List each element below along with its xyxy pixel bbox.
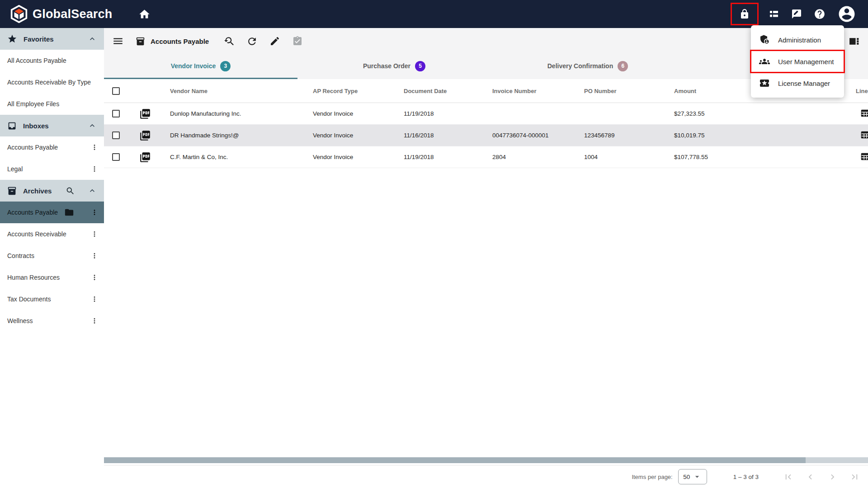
section-title: Archives <box>23 187 52 195</box>
cell-document-date: 11/19/2018 <box>396 154 485 160</box>
table-row[interactable]: C.F. Martin & Co, Inc. Vendor Invoice 11… <box>104 146 868 168</box>
sidebar-archive-tax-documents[interactable]: Tax Documents <box>0 288 104 310</box>
item-label: Contracts <box>7 252 34 259</box>
checklist-icon <box>292 36 303 47</box>
table-row[interactable]: Dunlop Manufacturing Inc. Vendor Invoice… <box>104 103 868 125</box>
more-vert-icon[interactable] <box>85 295 104 303</box>
user-avatar-icon[interactable] <box>835 3 858 25</box>
tab-vendor-invoice[interactable]: Vendor Invoice 3 <box>104 54 297 79</box>
sidebar-archive-accounts-payable[interactable]: Accounts Payable <box>0 202 104 223</box>
pdf-document-icon[interactable] <box>139 108 151 120</box>
pager-controls <box>783 472 860 482</box>
table-row[interactable]: DR Handmade Strings!@ Vendor Invoice 11/… <box>104 125 868 146</box>
row-checkbox[interactable] <box>112 131 120 139</box>
first-page-icon[interactable] <box>783 472 793 482</box>
cell-invoice-number: 2804 <box>485 154 577 160</box>
lock-highlight-box <box>731 3 759 25</box>
chevron-up-icon[interactable] <box>88 121 97 130</box>
item-label: Accounts Receivable <box>7 230 66 238</box>
more-vert-icon[interactable] <box>85 230 104 238</box>
cell-ap-record-type: Vendor Invoice <box>306 132 396 139</box>
row-checkbox[interactable] <box>112 153 120 161</box>
sidebar: Favorites All Accounts Payable Accounts … <box>0 28 104 488</box>
queues-icon[interactable] <box>767 7 781 21</box>
more-vert-icon[interactable] <box>85 273 104 282</box>
tab-count-badge: 5 <box>415 61 425 71</box>
ticket-star-icon <box>759 78 770 89</box>
line-items-grid-icon[interactable] <box>860 108 868 118</box>
help-icon[interactable] <box>812 6 827 22</box>
previous-page-icon[interactable] <box>805 472 816 482</box>
page-range-label: 1 – 3 of 3 <box>733 474 759 480</box>
item-label: All Employee Files <box>7 100 59 108</box>
item-label: Tax Documents <box>7 296 51 303</box>
scrollbar-thumb[interactable] <box>104 457 806 463</box>
row-checkbox[interactable] <box>112 110 120 117</box>
view-column-icon[interactable] <box>849 36 860 47</box>
section-title: Inboxes <box>23 122 49 130</box>
menu-item-user-management[interactable]: User Management <box>751 51 844 72</box>
sidebar-archive-contracts[interactable]: Contracts <box>0 245 104 267</box>
refresh-icon[interactable] <box>246 36 258 47</box>
more-vert-icon[interactable] <box>85 252 104 260</box>
sidebar-section-archives[interactable]: Archives <box>0 180 104 202</box>
search-again-icon[interactable] <box>223 36 235 47</box>
dropdown-arrow-icon <box>693 472 702 481</box>
select-all-checkbox[interactable] <box>112 87 120 95</box>
tab-label: Delivery Confirmation <box>547 62 613 70</box>
edit-icon[interactable] <box>269 36 280 47</box>
next-page-icon[interactable] <box>827 472 838 482</box>
star-icon <box>7 34 17 44</box>
feedback-icon[interactable] <box>789 7 804 21</box>
sidebar-section-inboxes[interactable]: Inboxes <box>0 115 104 136</box>
sidebar-archive-human-resources[interactable]: Human Resources <box>0 267 104 288</box>
pdf-document-icon[interactable] <box>139 130 151 141</box>
item-label: Accounts Payable <box>7 209 58 216</box>
tab-delivery-confirmation[interactable]: Delivery Confirmation 6 <box>491 54 684 79</box>
line-items-grid-icon[interactable] <box>860 151 868 161</box>
more-vert-icon[interactable] <box>85 165 104 173</box>
menu-item-administration[interactable]: Administration <box>751 29 844 51</box>
hamburger-menu-icon[interactable] <box>112 35 124 47</box>
archive-title: Accounts Payable <box>151 38 209 45</box>
column-header-vendor-name[interactable]: Vendor Name <box>163 88 306 94</box>
top-navbar: GlobalSearch <box>0 0 868 28</box>
sidebar-archive-accounts-receivable[interactable]: Accounts Receivable <box>0 223 104 245</box>
sidebar-inbox-accounts-payable[interactable]: Accounts Payable <box>0 136 104 158</box>
folder-icon[interactable] <box>64 207 74 217</box>
more-vert-icon[interactable] <box>85 208 104 216</box>
sidebar-item-all-accounts-payable[interactable]: All Accounts Payable <box>0 50 104 71</box>
menu-item-license-manager[interactable]: License Manager <box>751 72 844 94</box>
chevron-up-icon[interactable] <box>88 34 97 43</box>
globalsearch-logo[interactable]: GlobalSearch <box>10 5 112 23</box>
line-items-grid-icon[interactable] <box>860 130 868 140</box>
scrollbar-track[interactable] <box>806 457 868 463</box>
column-header-document-date[interactable]: Document Date <box>396 88 485 94</box>
sidebar-archive-wellness[interactable]: Wellness <box>0 310 104 332</box>
more-vert-icon[interactable] <box>85 143 104 151</box>
menu-item-label: User Management <box>778 58 834 66</box>
cell-vendor-name: DR Handmade Strings!@ <box>163 132 306 139</box>
last-page-icon[interactable] <box>849 472 860 482</box>
inbox-icon <box>7 121 17 131</box>
column-header-invoice-number[interactable]: Invoice Number <box>485 88 577 94</box>
page-size-select[interactable]: 50 <box>678 469 707 484</box>
cell-ap-record-type: Vendor Invoice <box>306 110 396 117</box>
search-icon[interactable] <box>66 186 75 196</box>
home-icon[interactable] <box>138 8 151 20</box>
column-header-ap-record-type[interactable]: AP Record Type <box>306 88 396 94</box>
sidebar-inbox-legal[interactable]: Legal <box>0 158 104 180</box>
chevron-up-icon[interactable] <box>88 186 97 195</box>
tab-purchase-order[interactable]: Purchase Order 5 <box>297 54 491 79</box>
column-header-po-number[interactable]: PO Number <box>577 88 667 94</box>
more-vert-icon[interactable] <box>85 317 104 325</box>
lock-icon[interactable] <box>737 7 752 21</box>
horizontal-scrollbar <box>104 457 868 463</box>
sidebar-item-accounts-receivable-by-type[interactable]: Accounts Receivable By Type <box>0 71 104 93</box>
sidebar-item-all-employee-files[interactable]: All Employee Files <box>0 93 104 115</box>
admin-dropdown-menu: Administration User Management License M… <box>751 25 844 98</box>
column-header-line-items[interactable]: Line Items <box>849 88 868 94</box>
sidebar-section-favorites[interactable]: Favorites <box>0 28 104 50</box>
admin-shield-icon <box>759 34 770 45</box>
pdf-document-icon[interactable] <box>139 151 151 163</box>
